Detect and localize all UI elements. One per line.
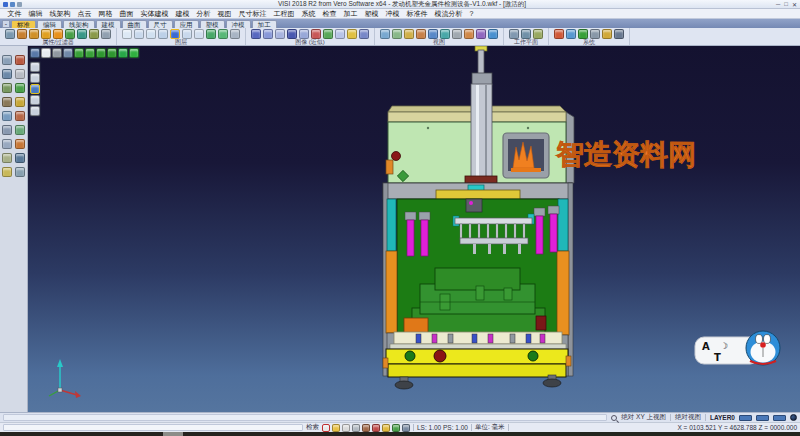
crosshair-icon[interactable] bbox=[402, 424, 410, 432]
pan-icon[interactable] bbox=[452, 29, 462, 39]
quick-access-icon[interactable] bbox=[10, 2, 15, 7]
dynamic-view-icon[interactable] bbox=[488, 29, 498, 39]
globe-left-icon[interactable] bbox=[96, 48, 106, 58]
dimension-icon[interactable] bbox=[2, 153, 12, 163]
ribbon-tab[interactable]: 建模 bbox=[96, 20, 121, 28]
view-front-icon[interactable] bbox=[404, 29, 414, 39]
globe-top-icon[interactable] bbox=[118, 48, 128, 58]
ribbon-tab[interactable]: 标准 bbox=[11, 20, 36, 28]
move-icon[interactable] bbox=[2, 69, 12, 79]
view-cylinder-icon[interactable] bbox=[30, 84, 40, 94]
menu-item[interactable]: 点云 bbox=[74, 9, 95, 19]
ribbon-tab[interactable]: 加工 bbox=[252, 20, 277, 28]
filter-green-icon[interactable] bbox=[65, 29, 75, 39]
dark-red-block[interactable] bbox=[536, 316, 546, 330]
quick-access-icon[interactable] bbox=[17, 2, 22, 7]
background-icon[interactable] bbox=[335, 29, 345, 39]
menu-item[interactable]: 检查 bbox=[319, 9, 340, 19]
prev-view-icon[interactable] bbox=[476, 29, 486, 39]
menu-item[interactable]: 冲模 bbox=[382, 9, 403, 19]
ribbon-tab[interactable]: 曲面 bbox=[122, 20, 147, 28]
layer-db-icon[interactable] bbox=[206, 29, 216, 39]
globe-back-icon[interactable] bbox=[85, 48, 95, 58]
units-readout[interactable]: 单位: 毫米 bbox=[475, 423, 505, 432]
coordinate-system-label[interactable]: 绝对视图 bbox=[675, 413, 701, 422]
menu-item[interactable]: 标准件 bbox=[403, 9, 431, 19]
globe-front-icon[interactable] bbox=[74, 48, 84, 58]
shaded-sphere-icon[interactable] bbox=[41, 48, 51, 58]
tools-icon[interactable] bbox=[602, 29, 612, 39]
workplane-align-icon[interactable] bbox=[521, 29, 531, 39]
quality-icon[interactable] bbox=[359, 29, 369, 39]
search-icon[interactable] bbox=[611, 415, 617, 421]
info-icon[interactable] bbox=[614, 29, 624, 39]
view-page4-icon[interactable] bbox=[30, 106, 40, 116]
layer-tool-icon[interactable] bbox=[15, 153, 25, 163]
view-right-icon[interactable] bbox=[416, 29, 426, 39]
view-mode-label[interactable]: 绝对 XY 上视图 bbox=[621, 413, 666, 422]
material-icon[interactable] bbox=[2, 167, 12, 177]
ribbon-tab[interactable]: 应用 bbox=[174, 20, 199, 28]
menu-item[interactable]: 线架构 bbox=[46, 9, 74, 19]
monitor-icon[interactable] bbox=[590, 29, 600, 39]
menu-item[interactable]: 尺寸标注 bbox=[235, 9, 270, 19]
extend-icon[interactable] bbox=[15, 111, 25, 121]
menu-item[interactable]: 网格 bbox=[95, 9, 116, 19]
pick-face-icon[interactable] bbox=[322, 424, 330, 432]
3d-viewport[interactable]: 智造资料网 A ☽ T bbox=[28, 46, 800, 412]
ribbon-tab[interactable]: 尺寸 bbox=[148, 20, 173, 28]
measure-icon[interactable] bbox=[15, 139, 25, 149]
refresh-icon[interactable] bbox=[578, 29, 588, 39]
texture-icon[interactable] bbox=[323, 29, 333, 39]
menu-item[interactable]: 编辑 bbox=[25, 9, 46, 19]
analysis-icon[interactable] bbox=[63, 48, 73, 58]
snap-icon[interactable] bbox=[362, 424, 370, 432]
rotate-view-icon[interactable] bbox=[464, 29, 474, 39]
ribbon-tab[interactable]: 编辑 bbox=[37, 20, 62, 28]
active-layer-badge[interactable]: LAYER0 bbox=[710, 414, 735, 421]
workplane-icon[interactable] bbox=[509, 29, 519, 39]
grid-toggle-icon[interactable] bbox=[30, 48, 40, 58]
minimize-button[interactable]: ─ bbox=[776, 1, 780, 8]
magnet-icon[interactable] bbox=[372, 424, 380, 432]
delete-icon[interactable] bbox=[15, 55, 25, 65]
layer-current-icon[interactable] bbox=[170, 29, 180, 39]
chamfer-icon[interactable] bbox=[2, 139, 12, 149]
attribute-brush-icon[interactable] bbox=[17, 29, 27, 39]
selection-filter-icon[interactable] bbox=[5, 29, 15, 39]
view-top-icon[interactable] bbox=[392, 29, 402, 39]
zoom-window-icon[interactable] bbox=[440, 29, 450, 39]
render-tool-icon[interactable] bbox=[15, 167, 25, 177]
menu-item[interactable]: 建模 bbox=[172, 9, 193, 19]
ghost-icon[interactable] bbox=[299, 29, 309, 39]
rotate-tool-icon[interactable] bbox=[2, 83, 12, 93]
menu-item[interactable]: 视图 bbox=[214, 9, 235, 19]
quick-access-icon[interactable] bbox=[3, 2, 8, 7]
trim-icon[interactable] bbox=[2, 111, 12, 121]
menu-item[interactable]: 加工 bbox=[340, 9, 361, 19]
render-icon[interactable] bbox=[287, 29, 297, 39]
filter-olive-icon[interactable] bbox=[89, 29, 99, 39]
view-page1-icon[interactable] bbox=[30, 62, 40, 72]
helmet-icon[interactable] bbox=[53, 29, 63, 39]
section-icon[interactable] bbox=[311, 29, 321, 39]
wireframe-icon[interactable] bbox=[263, 29, 273, 39]
close-button[interactable]: ✕ bbox=[792, 1, 797, 8]
layer-db2-icon[interactable] bbox=[218, 29, 228, 39]
pick-body-icon[interactable] bbox=[352, 424, 360, 432]
menu-item[interactable]: 工程图 bbox=[270, 9, 298, 19]
offset-icon[interactable] bbox=[2, 125, 12, 135]
scale-icon[interactable] bbox=[15, 97, 25, 107]
ribbon-tab[interactable]: 线架构 bbox=[63, 20, 95, 28]
globe-right-icon[interactable] bbox=[107, 48, 117, 58]
layer-off-icon[interactable] bbox=[134, 29, 144, 39]
menu-item[interactable]: 系统 bbox=[298, 9, 319, 19]
layer-list-icon[interactable] bbox=[194, 29, 204, 39]
filter-teal-icon[interactable] bbox=[77, 29, 87, 39]
menu-item[interactable]: 分析 bbox=[193, 9, 214, 19]
menu-item[interactable]: 曲面 bbox=[116, 9, 137, 19]
maximize-button[interactable]: □ bbox=[784, 1, 788, 8]
layer-gray-icon[interactable] bbox=[230, 29, 240, 39]
grid-snap-icon[interactable] bbox=[382, 424, 390, 432]
layer-all-icon[interactable] bbox=[146, 29, 156, 39]
